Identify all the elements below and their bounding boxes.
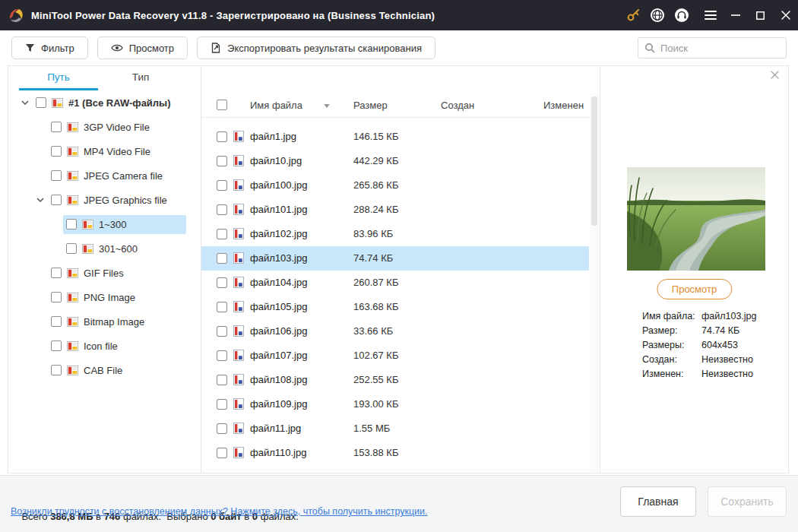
table-row[interactable]: файл100.jpg 265.86 КБ — [201, 173, 589, 198]
file-type-icon — [67, 366, 78, 375]
tree-item[interactable]: #1 (Все RAW-файлы) — [8, 90, 201, 115]
tree-item-checkbox[interactable] — [51, 146, 62, 157]
tab-type[interactable]: Тип — [100, 66, 182, 90]
minimize-icon — [731, 11, 740, 20]
table-row[interactable]: файл104.jpg 260.87 КБ — [201, 271, 589, 295]
row-checkbox[interactable] — [217, 350, 227, 361]
file-size: 252.55 КБ — [353, 374, 398, 385]
tree-item[interactable]: CAB File — [8, 358, 201, 382]
file-name: файл103.jpg — [250, 252, 307, 264]
close-button[interactable] — [773, 0, 798, 30]
tree-item-checkbox[interactable] — [51, 292, 62, 302]
table-row[interactable]: файл11.jpg 1.55 МБ — [201, 416, 589, 441]
tree-item[interactable]: PNG Image — [8, 285, 201, 309]
row-checkbox[interactable] — [217, 277, 227, 288]
jpg-file-icon — [233, 447, 244, 458]
export-results-button[interactable]: Экспортировать результаты сканирования — [197, 36, 435, 59]
save-button[interactable]: Сохранить — [708, 486, 787, 517]
row-checkbox[interactable] — [217, 131, 227, 142]
table-row[interactable]: файл106.jpg 33.66 КБ — [201, 319, 589, 344]
row-checkbox[interactable] — [217, 423, 227, 434]
table-row[interactable]: файл110.jpg 153.88 КБ — [201, 441, 589, 465]
jpg-file-icon — [233, 277, 244, 288]
tree-item[interactable]: 301~600 — [8, 236, 201, 261]
tree-item-checkbox[interactable] — [51, 122, 62, 132]
jpg-file-icon — [233, 179, 244, 191]
tree-item-checkbox[interactable] — [51, 365, 62, 375]
table-row[interactable]: файл102.jpg 83.96 КБ — [201, 222, 589, 246]
table-row[interactable]: файл10.jpg 442.29 КБ — [201, 149, 589, 173]
tree-item[interactable]: 1~300 — [8, 212, 201, 236]
table-row[interactable]: файл103.jpg 74.74 КБ — [201, 246, 589, 271]
column-header-created[interactable]: Создан — [441, 100, 474, 111]
tree-item-checkbox[interactable] — [51, 316, 62, 327]
maximize-button[interactable] — [748, 0, 773, 30]
home-button[interactable]: Главная — [620, 486, 696, 517]
row-checkbox[interactable] — [217, 253, 227, 264]
tree-panel: Путь Тип — [8, 66, 201, 473]
file-name: файл105.jpg — [250, 301, 307, 312]
tree-item[interactable]: MP4 Video File — [8, 139, 201, 163]
sort-arrow-icon[interactable] — [324, 104, 330, 108]
tree-item[interactable]: 3GP Video File — [8, 115, 201, 139]
support-headset-icon[interactable] — [670, 0, 694, 30]
tree-item-checkbox[interactable] — [51, 195, 62, 205]
filter-button[interactable]: Фильтр — [11, 36, 88, 59]
search-input[interactable] — [660, 43, 780, 54]
toolbar-preview-button[interactable]: Просмотр — [97, 36, 188, 59]
table-row[interactable]: файл109.jpg 193.00 КБ — [201, 392, 589, 416]
tree-item[interactable]: JPEG Graphics file — [8, 188, 201, 212]
instructions-link[interactable]: Возникли трудности с восстановлением дан… — [11, 506, 428, 517]
tree-item-content: 301~600 — [63, 239, 144, 258]
row-checkbox[interactable] — [217, 375, 227, 385]
detail-value: 74.74 КБ — [701, 325, 739, 337]
row-checkbox[interactable] — [217, 204, 227, 215]
license-key-icon[interactable] — [621, 0, 645, 30]
preview-close-icon[interactable] — [771, 71, 779, 79]
scrollbar-thumb[interactable] — [591, 97, 597, 226]
column-header-name[interactable]: Имя файла — [250, 100, 302, 111]
table-row[interactable]: файл105.jpg 163.68 КБ — [201, 295, 589, 319]
file-type-icon — [67, 341, 78, 351]
jpg-file-icon — [233, 350, 244, 361]
table-row[interactable]: файл108.jpg 252.55 КБ — [201, 368, 589, 392]
tree-item-checkbox[interactable] — [66, 243, 77, 254]
table-row[interactable]: файл107.jpg 102.67 КБ — [201, 344, 589, 368]
detail-value: Неизвестно — [701, 369, 753, 380]
tree-item[interactable]: Icon file — [8, 334, 201, 358]
column-header-size[interactable]: Размер — [353, 100, 388, 111]
menu-icon[interactable] — [698, 0, 723, 30]
preview-open-button[interactable]: Просмотр — [657, 279, 732, 299]
tree-item-checkbox[interactable] — [51, 170, 62, 181]
list-scrollbar[interactable] — [590, 93, 599, 472]
table-row[interactable]: файл101.jpg 288.24 КБ — [201, 198, 589, 222]
detail-value: 604x453 — [701, 340, 738, 351]
tree-item-content: 1~300 — [63, 215, 186, 234]
row-checkbox[interactable] — [217, 326, 227, 337]
tree-item-checkbox[interactable] — [51, 268, 62, 278]
tree-item-checkbox[interactable] — [66, 219, 77, 230]
row-checkbox[interactable] — [217, 180, 227, 191]
tree-item-label: 1~300 — [99, 219, 127, 230]
minimize-button[interactable] — [723, 0, 748, 30]
tree-item[interactable]: Bitmap Image — [8, 309, 201, 334]
jpg-file-icon — [233, 155, 244, 166]
row-checkbox[interactable] — [217, 448, 227, 458]
tree-item[interactable]: GIF Files — [8, 261, 201, 285]
table-row[interactable]: файл1.jpg 146.15 КБ — [201, 125, 589, 149]
column-header-modified[interactable]: Изменен — [543, 100, 584, 111]
language-globe-icon[interactable] — [645, 0, 670, 30]
row-checkbox[interactable] — [217, 302, 227, 312]
tree-item-label: MP4 Video File — [84, 146, 150, 157]
chevron-down-icon[interactable] — [34, 198, 46, 202]
tab-path[interactable]: Путь — [17, 66, 100, 90]
tree-item-checkbox[interactable] — [51, 340, 62, 351]
row-checkbox[interactable] — [217, 156, 227, 166]
select-all-checkbox[interactable] — [217, 100, 227, 110]
detail-label: Создан: — [642, 354, 701, 366]
row-checkbox[interactable] — [217, 399, 227, 410]
chevron-down-icon[interactable] — [19, 100, 31, 105]
row-checkbox[interactable] — [217, 229, 227, 239]
tree-item[interactable]: JPEG Camera file — [8, 163, 201, 188]
tree-item-checkbox[interactable] — [36, 97, 46, 108]
